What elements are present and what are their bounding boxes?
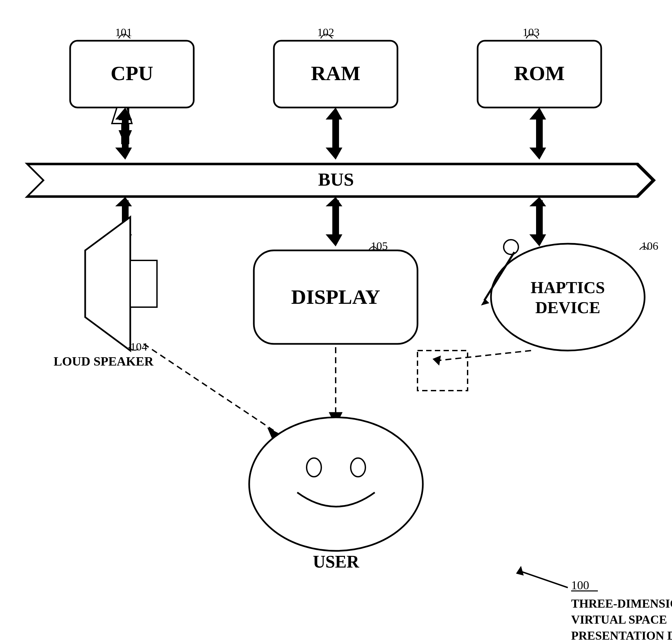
ram-bus-arrow [326,108,342,160]
ref-104: 104 [130,341,147,353]
svg-marker-19 [529,148,546,160]
haptics-label-1: HAPTICS [531,278,605,297]
svg-marker-28 [326,234,342,246]
ref-100: 100 [571,578,589,592]
svg-line-39 [144,344,274,431]
haptics-label-2: DEVICE [535,298,600,317]
svg-line-49 [519,571,568,588]
svg-marker-15 [326,108,342,120]
haptics-bus-arrow [529,197,546,246]
rom-bus-arrow [529,108,546,160]
svg-point-48 [351,458,365,477]
svg-point-36 [504,240,519,255]
svg-marker-27 [326,197,342,206]
device-label-line3: PRESENTATION DEVICE [571,629,672,641]
svg-marker-38 [481,299,489,305]
ref-105: 105 [371,240,388,252]
svg-marker-24 [115,197,132,206]
svg-marker-31 [529,234,546,246]
diagram: CPU RAM ROM 101 102 103 [0,0,672,641]
svg-marker-16 [326,148,342,160]
device-label-line2: VIRTUAL SPACE [571,613,667,626]
ref-106: 106 [641,240,658,252]
display-user-arrow [329,347,342,426]
display-bus-arrow [326,197,342,246]
svg-rect-43 [417,351,468,391]
cpu-label: CPU [110,62,153,84]
ref-102: 102 [317,26,334,38]
svg-marker-30 [529,197,546,206]
device-label-line1: THREE-DIMENSIONAL [571,597,672,610]
svg-marker-18 [529,108,546,120]
svg-point-47 [307,458,321,477]
svg-marker-32 [85,217,130,351]
svg-marker-13 [115,148,132,160]
svg-point-46 [249,417,423,551]
rom-label: ROM [514,62,565,84]
svg-marker-50 [516,566,524,575]
svg-rect-33 [130,260,157,307]
display-label: DISPLAY [291,285,380,308]
bus-label: BUS [318,169,354,190]
user-label: USER [313,552,360,571]
svg-marker-45 [432,356,441,366]
svg-point-35 [491,244,645,351]
ram-label: RAM [311,62,360,84]
ref-103: 103 [523,26,540,38]
loudspeaker-label: LOUD SPEAKER [54,354,153,368]
svg-line-44 [438,351,531,360]
